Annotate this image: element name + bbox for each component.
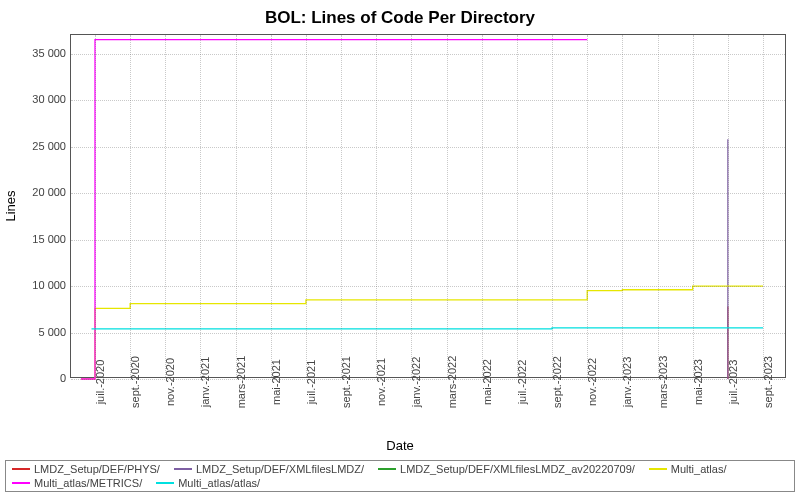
gridline-v — [587, 35, 588, 377]
gridline-v — [271, 35, 272, 377]
gridline-h — [71, 147, 785, 148]
gridline-v — [341, 35, 342, 377]
x-axis-label: Date — [0, 438, 800, 453]
gridline-v — [411, 35, 412, 377]
x-tick-label: janv.-2022 — [410, 357, 422, 408]
legend-label: LMDZ_Setup/DEF/PHYS/ — [34, 463, 160, 475]
x-tick-label: mai-2022 — [481, 359, 493, 405]
x-tick-label: mai-2023 — [692, 359, 704, 405]
legend-swatch — [378, 468, 396, 470]
legend-swatch — [12, 468, 30, 470]
legend-label: LMDZ_Setup/DEF/XMLfilesLMDZ/ — [196, 463, 364, 475]
x-tick-label: sept.-2020 — [129, 356, 141, 408]
gridline-v — [658, 35, 659, 377]
x-tick-label: nov.-2022 — [586, 358, 598, 406]
legend-item: LMDZ_Setup/DEF/PHYS/ — [12, 463, 160, 475]
gridline-v — [728, 35, 729, 377]
legend-swatch — [156, 482, 174, 484]
y-tick-label: 0 — [60, 372, 66, 384]
chart-container: BOL: Lines of Code Per Directory Lines D… — [0, 0, 800, 500]
gridline-v — [130, 35, 131, 377]
gridline-v — [447, 35, 448, 377]
legend-swatch — [649, 468, 667, 470]
gridline-h — [71, 286, 785, 287]
legend-item: LMDZ_Setup/DEF/XMLfilesLMDZ_av20220709/ — [378, 463, 635, 475]
legend-swatch — [12, 482, 30, 484]
gridline-v — [376, 35, 377, 377]
gridline-h — [71, 379, 785, 380]
x-tick-label: juil.-2023 — [727, 360, 739, 405]
y-tick-label: 35 000 — [32, 47, 66, 59]
gridline-v — [693, 35, 694, 377]
y-tick-label: 20 000 — [32, 186, 66, 198]
x-tick-label: juil.-2022 — [516, 360, 528, 405]
legend: LMDZ_Setup/DEF/PHYS/LMDZ_Setup/DEF/XMLfi… — [5, 460, 795, 492]
x-tick-label: mars-2023 — [657, 356, 669, 409]
y-tick-label: 30 000 — [32, 93, 66, 105]
x-tick-label: mars-2022 — [446, 356, 458, 409]
gridline-v — [552, 35, 553, 377]
x-tick-label: nov.-2020 — [164, 358, 176, 406]
legend-item: LMDZ_Setup/DEF/XMLfilesLMDZ/ — [174, 463, 364, 475]
chart-title: BOL: Lines of Code Per Directory — [0, 0, 800, 32]
gridline-h — [71, 100, 785, 101]
legend-swatch — [174, 468, 192, 470]
gridline-h — [71, 193, 785, 194]
x-tick-label: nov.-2021 — [375, 358, 387, 406]
gridline-v — [482, 35, 483, 377]
y-tick-label: 15 000 — [32, 233, 66, 245]
y-tick-label: 25 000 — [32, 140, 66, 152]
x-tick-label: mars-2021 — [235, 356, 247, 409]
legend-label: Multi_atlas/atlas/ — [178, 477, 260, 489]
y-tick-label: 10 000 — [32, 279, 66, 291]
gridline-v — [306, 35, 307, 377]
x-tick-label: janv.-2023 — [621, 357, 633, 408]
x-tick-label: juil.-2020 — [94, 360, 106, 405]
plot-area — [70, 34, 786, 378]
gridline-v — [236, 35, 237, 377]
legend-label: Multi_atlas/METRICS/ — [34, 477, 142, 489]
x-tick-label: sept.-2022 — [551, 356, 563, 408]
x-tick-label: sept.-2021 — [340, 356, 352, 408]
y-tick-label: 5 000 — [38, 326, 66, 338]
x-tick-label: juil.-2021 — [305, 360, 317, 405]
gridline-v — [622, 35, 623, 377]
gridline-v — [517, 35, 518, 377]
y-axis-label: Lines — [3, 190, 18, 221]
series-line — [91, 328, 763, 329]
gridline-v — [200, 35, 201, 377]
chart-svg — [71, 35, 785, 377]
legend-item: Multi_atlas/atlas/ — [156, 477, 260, 489]
series-line — [81, 40, 587, 379]
legend-item: Multi_atlas/METRICS/ — [12, 477, 142, 489]
legend-label: Multi_atlas/ — [671, 463, 727, 475]
gridline-h — [71, 333, 785, 334]
gridline-h — [71, 54, 785, 55]
x-tick-label: sept.-2023 — [762, 356, 774, 408]
legend-item: Multi_atlas/ — [649, 463, 727, 475]
x-tick-label: mai-2021 — [270, 359, 282, 405]
gridline-v — [95, 35, 96, 377]
gridline-h — [71, 240, 785, 241]
x-tick-label: janv.-2021 — [199, 357, 211, 408]
gridline-v — [763, 35, 764, 377]
legend-label: LMDZ_Setup/DEF/XMLfilesLMDZ_av20220709/ — [400, 463, 635, 475]
gridline-v — [165, 35, 166, 377]
